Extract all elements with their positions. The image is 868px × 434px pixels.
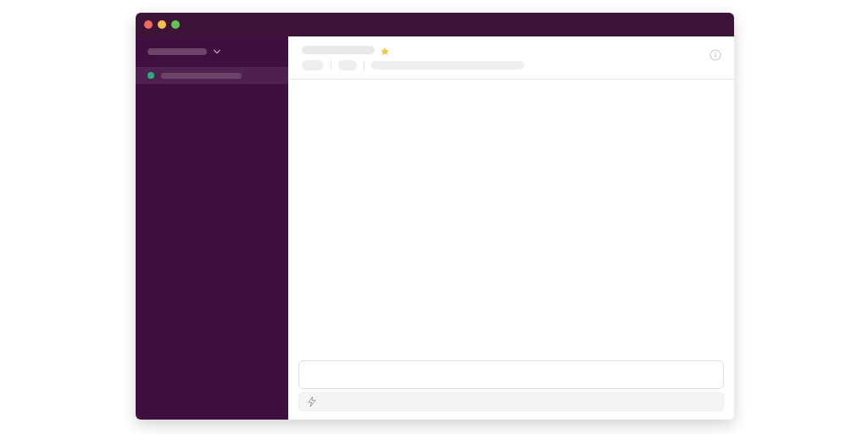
header-meta-pill[interactable]	[302, 60, 324, 70]
header-divider	[364, 60, 364, 70]
channel-header	[288, 36, 734, 80]
workspace-switcher[interactable]	[136, 45, 288, 58]
info-icon[interactable]	[709, 48, 722, 62]
header-meta-pill[interactable]	[338, 60, 357, 70]
composer-area	[288, 360, 734, 420]
header-divider	[331, 60, 331, 70]
star-icon[interactable]	[380, 45, 390, 55]
presence-indicator-icon	[147, 72, 154, 79]
lightning-icon[interactable]	[306, 396, 318, 408]
channel-topic[interactable]	[371, 61, 524, 70]
svg-point-1	[715, 53, 716, 54]
window-titlebar	[136, 13, 734, 36]
sidebar-channel-label	[161, 73, 242, 79]
sidebar-channel-active[interactable]	[136, 67, 288, 84]
workspace-name	[147, 48, 207, 55]
channel-title[interactable]	[302, 46, 375, 54]
traffic-light-minimize[interactable]	[158, 20, 166, 29]
chevron-down-icon	[214, 48, 220, 55]
app-body	[136, 36, 734, 420]
composer-action-bar	[298, 392, 724, 411]
traffic-light-close[interactable]	[144, 20, 153, 29]
app-window	[136, 13, 734, 420]
message-list	[288, 80, 734, 360]
traffic-light-zoom[interactable]	[171, 20, 180, 29]
svg-rect-2	[715, 54, 715, 58]
main-panel	[288, 36, 734, 420]
sidebar	[136, 36, 288, 420]
message-input[interactable]	[298, 360, 724, 389]
